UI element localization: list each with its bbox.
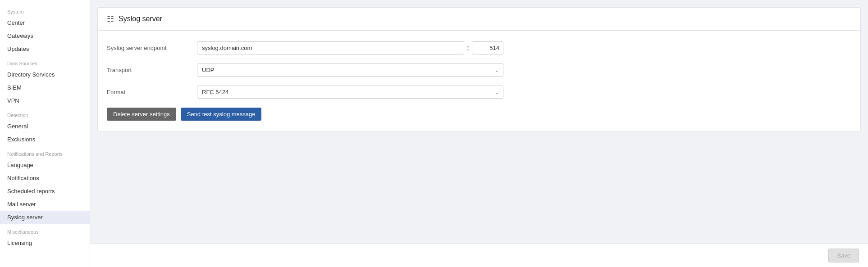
- sidebar-item-siem[interactable]: SIEM: [0, 81, 90, 94]
- format-row: Format RFC 5424RFC 3164 ⌄: [107, 86, 851, 99]
- sidebar-item-mail-server[interactable]: Mail server: [0, 198, 90, 211]
- transport-select[interactable]: UDPTCPTLS: [197, 63, 503, 77]
- transport-select-wrapper: UDPTCPTLS ⌄: [197, 63, 503, 77]
- sidebar-item-scheduled-reports[interactable]: Scheduled reports: [0, 185, 90, 198]
- endpoint-control-group: :: [197, 41, 503, 54]
- actions-row: Delete server settings Send test syslog …: [107, 108, 851, 121]
- card-body: Syslog server endpoint : Transport UDPTC…: [98, 31, 860, 131]
- port-separator: :: [467, 44, 469, 52]
- format-select[interactable]: RFC 5424RFC 3164: [197, 86, 503, 99]
- sidebar-item-exclusions[interactable]: Exclusions: [0, 133, 90, 146]
- format-select-wrapper: RFC 5424RFC 3164 ⌄: [197, 86, 503, 99]
- main-content: ☷ Syslog server Syslog server endpoint :…: [90, 0, 868, 267]
- sidebar-item-center[interactable]: Center: [0, 16, 90, 29]
- sidebar-item-updates[interactable]: Updates: [0, 42, 90, 55]
- footer-bar: Save: [90, 244, 868, 267]
- sidebar: SystemCenterGatewaysUpdatesData SourcesD…: [0, 0, 90, 267]
- sidebar-section-detection: Detection: [0, 107, 90, 120]
- syslog-server-card: ☷ Syslog server Syslog server endpoint :…: [97, 7, 861, 132]
- port-input[interactable]: [472, 41, 503, 54]
- sidebar-item-licensing[interactable]: Licensing: [0, 236, 90, 249]
- endpoint-row: Syslog server endpoint :: [107, 41, 851, 54]
- delete-server-settings-button[interactable]: Delete server settings: [107, 108, 176, 121]
- sidebar-item-gateways[interactable]: Gateways: [0, 29, 90, 42]
- card-header: ☷ Syslog server: [98, 8, 860, 31]
- send-test-syslog-button[interactable]: Send test syslog message: [181, 108, 262, 121]
- sidebar-item-notifications[interactable]: Notifications: [0, 172, 90, 185]
- transport-row: Transport UDPTCPTLS ⌄: [107, 63, 851, 77]
- format-label: Format: [107, 89, 197, 95]
- sidebar-item-vpn[interactable]: VPN: [0, 94, 90, 107]
- sidebar-item-syslog-server[interactable]: Syslog server: [0, 211, 90, 224]
- sidebar-section-system: System: [0, 4, 90, 16]
- list-icon: ☷: [107, 14, 114, 24]
- sidebar-item-directory-services[interactable]: Directory Services: [0, 68, 90, 81]
- sidebar-section-miscellaneous: Miscellaneous: [0, 224, 90, 236]
- endpoint-label: Syslog server endpoint: [107, 45, 197, 51]
- sidebar-section-notifications-and-reports: Notifications and Reports: [0, 146, 90, 158]
- endpoint-input[interactable]: [197, 41, 464, 54]
- sidebar-item-language[interactable]: Language: [0, 158, 90, 172]
- transport-label: Transport: [107, 67, 197, 73]
- sidebar-section-data-sources: Data Sources: [0, 55, 90, 68]
- sidebar-item-general[interactable]: General: [0, 120, 90, 133]
- page-title: Syslog server: [119, 15, 162, 23]
- save-button[interactable]: Save: [828, 249, 859, 262]
